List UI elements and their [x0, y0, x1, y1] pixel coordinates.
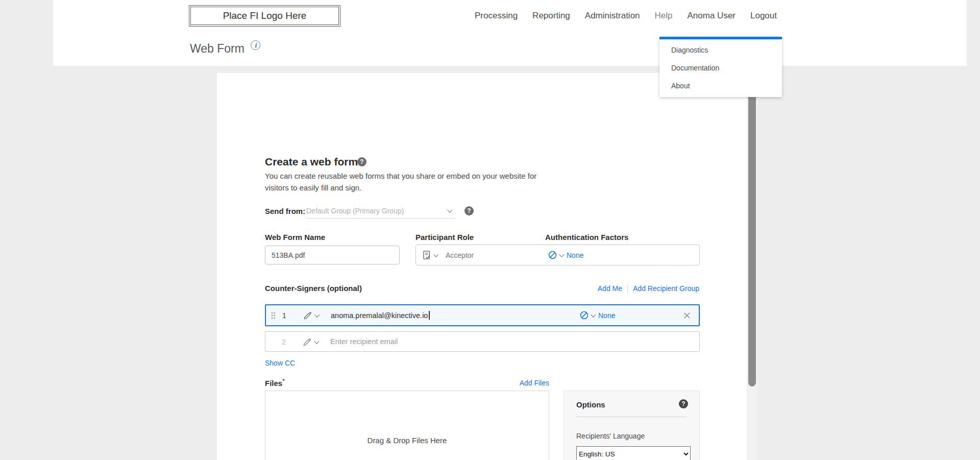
prohibition-icon [579, 310, 589, 320]
row-auth-dropdown[interactable] [579, 310, 595, 320]
form-heading: Create a web form [265, 156, 358, 168]
row-auth-value[interactable]: None [598, 311, 615, 320]
divider [576, 417, 687, 417]
show-cc-link[interactable]: Show CC [265, 359, 295, 367]
auth-factors-value[interactable]: None [567, 251, 583, 259]
info-icon[interactable]: i [251, 40, 260, 50]
participant-role-box: Acceptor None [415, 245, 700, 265]
fi-logo-placeholder: Place FI Logo Here [189, 5, 340, 27]
recipient-email-field[interactable]: Enter recipient email [330, 337, 398, 346]
recipients-language-select[interactable]: English: US [576, 446, 691, 460]
heading-help-icon[interactable]: ? [357, 157, 366, 166]
signer-row-1: 1 anoma.premalal@kinective.io None [265, 304, 700, 326]
web-form-name-input[interactable] [265, 246, 400, 264]
divider [627, 285, 628, 293]
pen-icon [303, 337, 312, 347]
text-cursor [429, 311, 430, 320]
scrollbar-thumb[interactable] [748, 70, 756, 386]
pen-icon [303, 310, 313, 320]
send-from-label: Send from: [265, 207, 305, 215]
page-title-row: Web Form i [190, 32, 260, 66]
prohibition-icon [548, 250, 557, 260]
counter-signers-title: Counter-Signers (optional) [265, 284, 362, 293]
row-auth-control: None [579, 305, 615, 325]
files-label-text: Files [265, 379, 282, 388]
app-header: Place FI Logo Here Processing Reporting … [53, 0, 967, 66]
form-description: You can create reusable web forms that y… [265, 170, 547, 193]
chevron-down-icon [433, 252, 438, 257]
required-asterisk: * [282, 378, 284, 384]
help-menu-item-diagnostics[interactable]: Diagnostics [659, 41, 782, 59]
signer-type-dropdown[interactable] [303, 337, 318, 347]
nav-logout[interactable]: Logout [750, 11, 777, 21]
auth-factors-control: None [548, 245, 583, 265]
help-glyph: ? [467, 207, 471, 214]
help-glyph: ? [360, 158, 363, 165]
file-dropzone[interactable]: Drag & Drop Files Here [265, 391, 549, 460]
page-title: Web Form [190, 42, 244, 56]
help-menu-item-documentation[interactable]: Documentation [659, 59, 782, 77]
participant-role-dropdown[interactable] [422, 250, 437, 260]
top-nav: Processing Reporting Administration Help… [475, 0, 777, 32]
chevron-down-icon [447, 208, 452, 213]
participant-role-value: Acceptor [446, 251, 474, 259]
fi-logo-text: Place FI Logo Here [223, 10, 307, 21]
options-help-icon[interactable]: ? [679, 399, 688, 408]
web-form-name-label: Web Form Name [265, 233, 325, 241]
auth-factors-label: Authentication Factors [545, 233, 628, 241]
add-recipient-group-link[interactable]: Add Recipient Group [633, 284, 699, 293]
help-glyph: ? [681, 400, 685, 407]
send-from-value: Default Group (Primary Group) [306, 207, 404, 215]
nav-processing[interactable]: Processing [475, 11, 518, 21]
options-panel: Options ? Recipients' Language English: … [564, 391, 700, 460]
remove-signer-button[interactable] [683, 312, 691, 319]
send-from-dropdown[interactable]: Default Group (Primary Group) [305, 203, 455, 219]
signer-row-number: 2 [278, 337, 289, 346]
signer-row-2: 2 Enter recipient email [265, 331, 700, 352]
nav-reporting[interactable]: Reporting [532, 11, 570, 21]
files-label: Files* [265, 378, 284, 388]
chevron-down-icon [314, 312, 320, 318]
nav-administration[interactable]: Administration [585, 11, 640, 21]
chevron-down-icon [591, 312, 596, 318]
auth-factors-dropdown[interactable] [548, 250, 563, 260]
help-menu-item-about[interactable]: About [659, 77, 782, 95]
nav-user-menu[interactable]: Anoma User [688, 11, 736, 21]
fill-sign-doc-icon [422, 250, 432, 260]
send-from-help-icon[interactable]: ? [464, 206, 474, 215]
add-me-link[interactable]: Add Me [598, 284, 622, 293]
counter-signers-actions: Add Me Add Recipient Group [598, 284, 699, 293]
close-icon [683, 312, 691, 319]
help-dropdown-menu: Diagnostics Documentation About [659, 37, 782, 97]
chevron-down-icon [559, 252, 564, 257]
signer-row-number: 1 [279, 311, 290, 320]
chevron-down-icon [314, 338, 319, 344]
add-files-link[interactable]: Add Files [520, 379, 549, 387]
options-title: Options [576, 400, 605, 409]
participant-role-label: Participant Role [415, 233, 474, 241]
nav-help[interactable]: Help [655, 11, 673, 21]
create-web-form-panel: Create a web form ? You can create reusa… [217, 73, 747, 460]
recipients-language-label: Recipients' Language [576, 432, 645, 440]
dropzone-text: Drag & Drop Files Here [265, 436, 549, 445]
signer-type-dropdown[interactable] [303, 310, 318, 320]
info-icon-glyph: i [254, 42, 257, 49]
recipient-email-field[interactable]: anoma.premalal@kinective.io [331, 311, 430, 320]
drag-handle-icon[interactable] [271, 311, 276, 320]
recipient-email-value: anoma.premalal@kinective.io [331, 311, 428, 320]
